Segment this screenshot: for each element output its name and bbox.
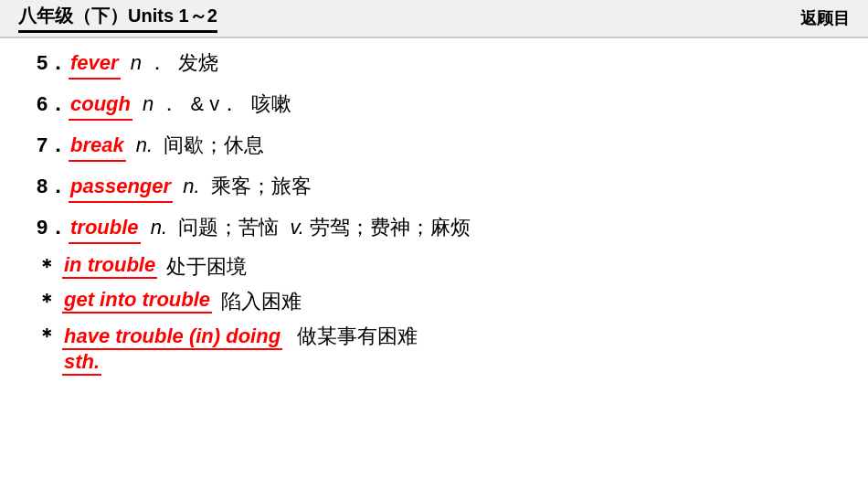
- content-area: 5． fever n ． 发烧 6． cough n ． & v． 咳嗽 7． …: [0, 38, 868, 390]
- phrase-have-trouble-line2: sth.: [62, 350, 101, 376]
- word-break: break: [69, 130, 126, 162]
- phrase-have-trouble-block: have trouble (in) doing 做某事有困难 sth.: [62, 323, 418, 376]
- bullet-1: ＊: [37, 253, 62, 281]
- def-8: 乘客；旅客: [206, 171, 312, 201]
- phrase-in-trouble-text: in trouble: [62, 253, 157, 279]
- item-num-8: 8．: [37, 171, 69, 201]
- pos-8: n.: [177, 171, 199, 201]
- def-9: 问题；苦恼 v. 劳驾；费神；麻烦: [173, 212, 471, 242]
- back-button[interactable]: 返顾目: [800, 7, 850, 29]
- vocab-item-8: 8． passenger n. 乘客；旅客: [37, 171, 831, 203]
- pos-9: n.: [145, 212, 167, 242]
- phrase-in-trouble-def: 处于困境: [166, 253, 247, 281]
- item-num-7: 7．: [37, 130, 69, 160]
- vocab-item-5: 5． fever n ． 发烧: [37, 48, 831, 80]
- item-num-5: 5．: [37, 48, 69, 78]
- word-trouble: trouble: [69, 212, 141, 244]
- item-num-6: 6．: [37, 89, 69, 119]
- word-cough: cough: [69, 89, 132, 121]
- vocab-item-7: 7． break n. 间歇；休息: [37, 130, 831, 162]
- phrase-have-trouble: ＊ have trouble (in) doing 做某事有困难 sth.: [37, 323, 831, 376]
- pos-5: n: [125, 48, 142, 78]
- phrase-in-trouble: ＊ in trouble 处于困境: [37, 253, 831, 281]
- phrase-get-into-trouble: ＊ get into trouble 陷入困难: [37, 288, 831, 315]
- def-7: 间歇；休息: [158, 130, 264, 160]
- pos-7: n.: [131, 130, 153, 160]
- header: 八年级（下）Units 1～2 返顾目: [0, 0, 868, 38]
- word-fever: fever: [69, 48, 121, 80]
- def-6: ． & v． 咳嗽: [159, 89, 291, 119]
- vocab-item-6: 6． cough n ． & v． 咳嗽: [37, 89, 831, 121]
- item-num-9: 9．: [37, 212, 69, 242]
- vocab-item-9: 9． trouble n. 问题；苦恼 v. 劳驾；费神；麻烦: [37, 212, 831, 244]
- bullet-2: ＊: [37, 288, 62, 315]
- phrase-get-into-trouble-text: get into trouble: [62, 288, 212, 314]
- pos-6: n: [137, 89, 153, 119]
- word-passenger: passenger: [69, 171, 173, 203]
- header-title: 八年级（下）Units 1～2: [18, 4, 217, 33]
- phrase-have-trouble-line1: have trouble (in) doing: [62, 324, 282, 350]
- phrase-get-into-trouble-def: 陷入困难: [221, 288, 302, 315]
- def-5: ． 发烧: [147, 48, 218, 78]
- bullet-3: ＊: [37, 323, 62, 350]
- phrase-have-trouble-def: 做某事有困难: [297, 323, 418, 350]
